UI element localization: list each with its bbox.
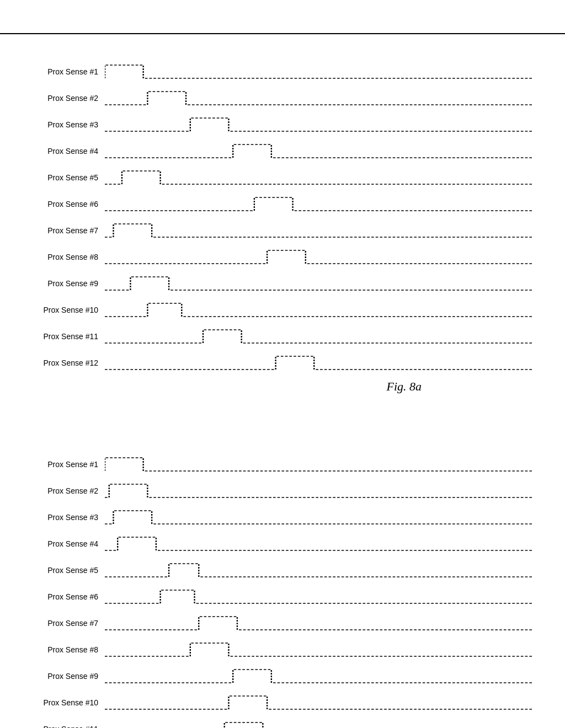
signal-waveform — [105, 221, 532, 240]
signal-waveform — [105, 587, 532, 607]
signal-label: Prox Sense #6 — [33, 592, 105, 601]
signal-label: Prox Sense #11 — [33, 725, 105, 728]
section-divider — [0, 427, 565, 443]
figure-label: Fig. 8a — [33, 379, 532, 394]
signal-row: Prox Sense #11 — [33, 326, 532, 346]
signal-row: Prox Sense #9 — [33, 274, 532, 293]
signal-waveform — [105, 141, 532, 161]
signal-waveform — [105, 115, 532, 135]
signal-row: Prox Sense #4 — [33, 141, 532, 161]
signal-label: Prox Sense #1 — [33, 460, 105, 469]
signal-row: Prox Sense #8 — [33, 640, 532, 660]
signal-label: Prox Sense #12 — [33, 358, 105, 367]
signal-label: Prox Sense #3 — [33, 120, 105, 129]
signal-waveform — [105, 454, 532, 474]
signal-row: Prox Sense #10 — [33, 300, 532, 320]
signal-waveform — [105, 274, 532, 293]
signal-label: Prox Sense #4 — [33, 147, 105, 156]
signal-label: Prox Sense #6 — [33, 200, 105, 208]
signal-label: Prox Sense #3 — [33, 513, 105, 522]
signal-row: Prox Sense #1 — [33, 62, 532, 82]
signal-row: Prox Sense #11 — [33, 719, 532, 728]
signal-row: Prox Sense #1 — [33, 454, 532, 474]
signal-waveform — [105, 326, 532, 346]
signal-row: Prox Sense #5 — [33, 168, 532, 188]
signal-waveform — [105, 62, 532, 82]
signal-label: Prox Sense #10 — [33, 698, 105, 707]
signal-waveform — [105, 666, 532, 686]
signal-waveform — [105, 300, 532, 320]
signal-label: Prox Sense #5 — [33, 173, 105, 182]
signal-label: Prox Sense #4 — [33, 539, 105, 548]
header — [0, 0, 565, 34]
signal-row: Prox Sense #3 — [33, 115, 532, 135]
signal-label: Prox Sense #2 — [33, 94, 105, 103]
signal-waveform — [105, 560, 532, 580]
signal-label: Prox Sense #9 — [33, 279, 105, 288]
signal-row: Prox Sense #5 — [33, 560, 532, 580]
signal-waveform — [105, 168, 532, 188]
signal-row: Prox Sense #7 — [33, 613, 532, 633]
signal-label: Prox Sense #11 — [33, 332, 105, 341]
signal-label: Prox Sense #1 — [33, 67, 105, 76]
signal-row: Prox Sense #4 — [33, 534, 532, 554]
signal-label: Prox Sense #10 — [33, 306, 105, 314]
signal-row: Prox Sense #12 — [33, 353, 532, 373]
signal-waveform — [105, 507, 532, 527]
signal-waveform — [105, 693, 532, 713]
signal-waveform — [105, 247, 532, 267]
signal-label: Prox Sense #5 — [33, 566, 105, 575]
signal-row: Prox Sense #7 — [33, 221, 532, 240]
signal-row: Prox Sense #10 — [33, 693, 532, 713]
signal-waveform — [105, 719, 532, 728]
signal-label: Prox Sense #8 — [33, 645, 105, 654]
signal-waveform — [105, 640, 532, 660]
signal-label: Prox Sense #2 — [33, 486, 105, 495]
signal-waveform — [105, 194, 532, 214]
signal-row: Prox Sense #9 — [33, 666, 532, 686]
signal-row: Prox Sense #3 — [33, 507, 532, 527]
page: Prox Sense #1 Prox Sense #2 Prox Sense #… — [0, 0, 565, 728]
signal-row: Prox Sense #6 — [33, 194, 532, 214]
signal-label: Prox Sense #7 — [33, 619, 105, 628]
signal-row: Prox Sense #6 — [33, 587, 532, 607]
signal-waveform — [105, 88, 532, 108]
signal-waveform — [105, 353, 532, 373]
signal-waveform — [105, 534, 532, 554]
signal-label: Prox Sense #9 — [33, 672, 105, 681]
signal-label: Prox Sense #8 — [33, 253, 105, 261]
fig-8a-section: Prox Sense #1 Prox Sense #2 Prox Sense #… — [0, 51, 565, 405]
signal-label: Prox Sense #7 — [33, 226, 105, 235]
signal-row: Prox Sense #2 — [33, 481, 532, 501]
signal-waveform — [105, 613, 532, 633]
signal-row: Prox Sense #8 — [33, 247, 532, 267]
signal-row: Prox Sense #2 — [33, 88, 532, 108]
signal-waveform — [105, 481, 532, 501]
fig-8b-section: Prox Sense #1 Prox Sense #2 Prox Sense #… — [0, 443, 565, 728]
